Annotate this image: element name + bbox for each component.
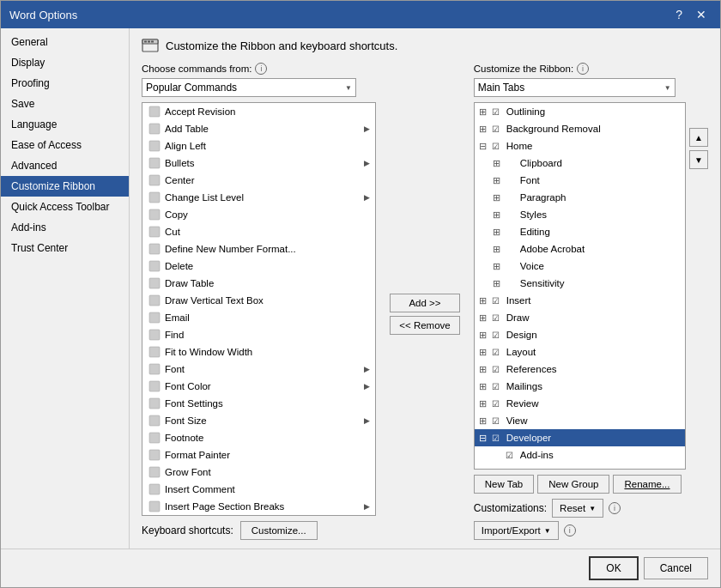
list-item[interactable]: Font▶ <box>142 361 375 378</box>
reset-button[interactable]: Reset <box>552 499 603 518</box>
list-item[interactable]: Delete <box>142 258 375 275</box>
close-button[interactable]: ✕ <box>691 6 712 23</box>
tree-item[interactable]: ⊞☑References <box>475 361 685 378</box>
tree-item[interactable]: ⊞Voice <box>475 258 685 275</box>
tree-checkbox-icon[interactable]: ☑ <box>490 296 502 306</box>
list-item[interactable]: Bullets▶ <box>142 155 375 172</box>
help-button[interactable]: ? <box>670 6 688 23</box>
tree-expand-icon[interactable]: ⊞ <box>492 175 502 186</box>
list-item[interactable]: Grow Font <box>142 464 375 481</box>
down-button[interactable]: ▼ <box>689 150 708 169</box>
tree-expand-icon[interactable]: ⊞ <box>478 106 488 118</box>
tree-checkbox-icon[interactable]: ☑ <box>490 416 502 426</box>
commands-list-box[interactable]: Accept RevisionAdd Table▶Align LeftBulle… <box>142 102 376 516</box>
tree-item[interactable]: ⊞Adobe Acrobat <box>475 240 685 258</box>
tree-checkbox-icon[interactable]: ☑ <box>490 365 502 374</box>
list-item[interactable]: Font Settings <box>142 395 375 412</box>
tree-item[interactable]: ⊞☑Draw <box>475 309 685 326</box>
tree-item[interactable]: ⊞☑Insert <box>475 292 685 309</box>
tree-checkbox-icon[interactable]: ☑ <box>490 107 502 117</box>
new-group-button[interactable]: New Group <box>537 475 609 494</box>
tree-item[interactable]: ☑Add-ins <box>475 446 685 464</box>
add-button[interactable]: Add >> <box>390 294 459 312</box>
tree-item[interactable]: ⊞☑Outlining <box>475 103 685 120</box>
tree-expand-icon[interactable]: ⊞ <box>478 398 488 409</box>
tree-checkbox-icon[interactable]: ☑ <box>490 142 502 151</box>
tree-item[interactable]: ⊞Styles <box>475 206 685 223</box>
tree-expand-icon[interactable]: ⊞ <box>478 124 488 135</box>
tree-expand-icon[interactable]: ⊞ <box>492 158 502 169</box>
list-item[interactable]: Draw Vertical Text Box <box>142 292 375 309</box>
tree-item[interactable]: ⊞☑Layout <box>475 343 685 361</box>
tree-item[interactable]: ⊞Paragraph <box>475 189 685 206</box>
tree-checkbox-icon[interactable]: ☑ <box>490 313 502 323</box>
tree-expand-icon[interactable]: ⊞ <box>478 415 488 427</box>
tree-expand-icon[interactable]: ⊞ <box>478 312 488 324</box>
list-item[interactable]: Font Color▶ <box>142 378 375 395</box>
list-item[interactable]: Define New Number Format... <box>142 240 375 258</box>
tree-checkbox-icon[interactable]: ☑ <box>490 468 502 470</box>
tree-checkbox-icon[interactable]: ☑ <box>490 124 502 134</box>
tree-checkbox-icon[interactable]: ☑ <box>490 433 502 443</box>
tree-expand-icon[interactable]: ⊞ <box>492 278 502 289</box>
tree-item[interactable]: ⊟☑Home <box>475 137 685 155</box>
left-info-icon[interactable]: i <box>255 63 267 75</box>
list-item[interactable]: Insert Page Section Breaks▶ <box>142 498 375 515</box>
sidebar-item-display[interactable]: Display <box>1 52 129 73</box>
tree-item[interactable]: ⊟☑Developer <box>475 429 685 446</box>
sidebar-item-general[interactable]: General <box>1 32 129 52</box>
tree-item[interactable]: ⊞☑Help <box>475 464 685 470</box>
tree-expand-icon[interactable]: ⊞ <box>478 381 488 392</box>
list-item[interactable]: Accept Revision <box>142 103 375 120</box>
tree-expand-icon[interactable]: ⊞ <box>478 467 488 470</box>
cancel-button[interactable]: Cancel <box>644 557 708 579</box>
tree-item[interactable]: ⊞☑Design <box>475 326 685 343</box>
tree-checkbox-icon[interactable]: ☑ <box>490 399 502 409</box>
list-item[interactable]: Draw Table <box>142 275 375 292</box>
list-item[interactable]: Find <box>142 326 375 343</box>
sidebar-item-language[interactable]: Language <box>1 114 129 135</box>
tree-expand-icon[interactable]: ⊞ <box>478 330 488 341</box>
ribbon-tree-list[interactable]: ⊞☑Outlining⊞☑Background Removal⊟☑Home⊞Cl… <box>474 102 686 470</box>
list-item[interactable]: Format Painter <box>142 446 375 464</box>
tree-expand-icon[interactable]: ⊞ <box>492 192 502 203</box>
list-item[interactable]: Email <box>142 309 375 326</box>
list-item[interactable]: Center <box>142 172 375 189</box>
sidebar-item-add-ins[interactable]: Add-ins <box>1 217 129 238</box>
tree-expand-icon[interactable]: ⊞ <box>492 244 502 255</box>
tree-checkbox-icon[interactable]: ☑ <box>490 382 502 391</box>
tree-item[interactable]: ⊞Sensitivity <box>475 275 685 292</box>
tree-expand-icon[interactable]: ⊟ <box>478 433 488 444</box>
rename-button[interactable]: Rename... <box>613 475 681 494</box>
tree-expand-icon[interactable]: ⊞ <box>492 227 502 238</box>
up-button[interactable]: ▲ <box>689 128 708 147</box>
import-export-info-icon[interactable]: i <box>564 524 576 536</box>
tree-expand-icon[interactable]: ⊞ <box>478 364 488 375</box>
right-info-icon[interactable]: i <box>577 63 589 75</box>
list-item[interactable]: Cut <box>142 223 375 240</box>
ok-button[interactable]: OK <box>589 556 638 580</box>
list-item[interactable]: Fit to Window Width <box>142 343 375 361</box>
tree-expand-icon[interactable]: ⊞ <box>492 261 502 272</box>
tree-item[interactable]: ⊞☑Background Removal <box>475 120 685 137</box>
ribbon-dropdown[interactable]: Main TabsTool TabsAll Tabs <box>474 78 676 97</box>
tree-item[interactable]: ⊞☑View <box>475 412 685 429</box>
sidebar-item-quick-access-toolbar[interactable]: Quick Access Toolbar <box>1 197 129 217</box>
tree-expand-icon[interactable]: ⊟ <box>478 141 488 152</box>
list-item[interactable]: Font Size▶ <box>142 412 375 429</box>
new-tab-button[interactable]: New Tab <box>474 475 535 494</box>
list-item[interactable]: Change List Level▶ <box>142 189 375 206</box>
list-item[interactable]: Add Table▶ <box>142 120 375 137</box>
list-item[interactable]: Insert Picture <box>142 515 375 516</box>
sidebar-item-save[interactable]: Save <box>1 94 129 114</box>
customize-button[interactable]: Customize... <box>240 521 318 540</box>
import-export-button[interactable]: Import/Export <box>474 521 559 540</box>
list-item[interactable]: Copy <box>142 206 375 223</box>
tree-item[interactable]: ⊞☑Mailings <box>475 378 685 395</box>
list-item[interactable]: Align Left <box>142 137 375 155</box>
sidebar-item-trust-center[interactable]: Trust Center <box>1 238 129 258</box>
sidebar-item-advanced[interactable]: Advanced <box>1 155 129 176</box>
list-item[interactable]: Footnote <box>142 429 375 446</box>
tree-item[interactable]: ⊞Clipboard <box>475 155 685 172</box>
tree-expand-icon[interactable]: ⊞ <box>478 347 488 358</box>
